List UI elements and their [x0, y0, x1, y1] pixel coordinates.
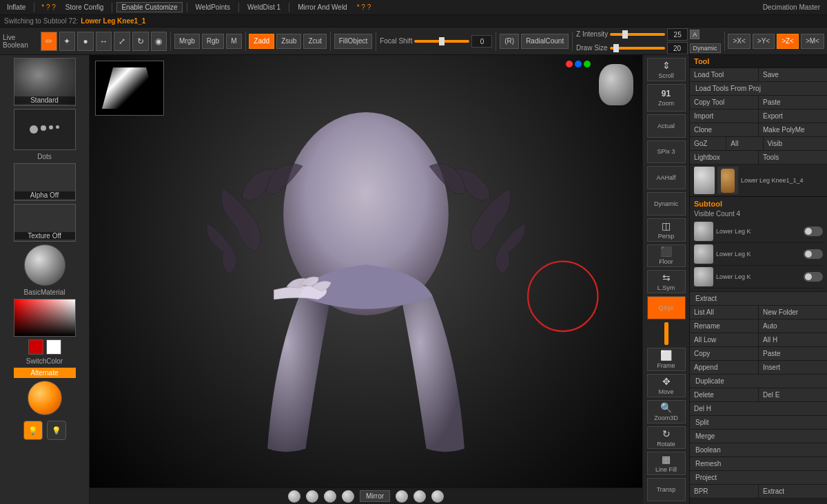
extract-top-btn[interactable]: Extract [690, 292, 827, 306]
zcut-btn[interactable]: Zcut [303, 34, 326, 49]
clone-btn[interactable]: Clone [690, 123, 759, 136]
standard-brush-thumb[interactable]: Standard [14, 58, 76, 106]
load-tool-btn[interactable]: Load Tool [690, 68, 759, 81]
qxyz-btn[interactable]: QXyz [647, 296, 686, 319]
alpha-thumb[interactable]: Alpha Off [14, 163, 76, 201]
m-btn[interactable]: M [226, 34, 241, 49]
y-btn[interactable]: >Y< [753, 34, 775, 49]
enable-customize-btn[interactable]: Enable Customize [116, 2, 182, 12]
paste-btn[interactable]: Paste [759, 96, 827, 109]
dynamic-badge[interactable]: Dynamic [690, 43, 721, 53]
viewport[interactable]: Mirror [90, 55, 642, 504]
split-btn[interactable]: Split [690, 416, 827, 430]
edit-btn[interactable]: ✏ [41, 32, 57, 51]
all-low-btn[interactable]: All Low [690, 333, 759, 346]
mrgb-btn[interactable]: Mrgb [174, 34, 200, 49]
transp-btn[interactable]: Transp [647, 478, 686, 501]
insert-btn[interactable]: Insert [759, 361, 827, 374]
move-strip-btn[interactable]: ✥ Move [647, 374, 686, 397]
subtool-toggle-3[interactable] [804, 272, 823, 282]
remesh-btn[interactable]: Remesh [690, 457, 827, 471]
goz-btn[interactable]: GoZ [690, 137, 726, 150]
duplicate-btn[interactable]: Duplicate [690, 375, 827, 388]
project-btn[interactable]: Project [690, 471, 827, 485]
a-badge[interactable]: A [690, 30, 700, 39]
line-fill-btn[interactable]: ▦ Line Fill [647, 452, 686, 475]
spix-btn[interactable]: SPix 3 [647, 140, 686, 164]
bottom-sphere-5[interactable] [396, 490, 408, 503]
del-btn1[interactable]: Del E [759, 388, 827, 401]
mirror-btn[interactable]: Mirror [360, 490, 390, 502]
new-folder-btn[interactable]: New Folder [759, 306, 827, 319]
copy-tool-btn[interactable]: Copy Tool [690, 96, 759, 109]
light-btn-1[interactable]: 💡 [23, 421, 43, 440]
r-btn[interactable]: (R) [500, 34, 519, 49]
export-btn[interactable]: Export [759, 109, 827, 123]
fill-object-btn[interactable]: FillObject [334, 34, 373, 49]
draw-btn[interactable]: ✦ [59, 32, 76, 51]
delete-btn[interactable]: Delete [690, 388, 759, 401]
orange-sphere[interactable] [28, 381, 62, 415]
lsym-btn[interactable]: ⇆ L.Sym [647, 270, 686, 293]
subtool-toggle-1[interactable] [804, 227, 823, 236]
texture-thumb[interactable]: Texture Off [14, 204, 76, 242]
rotate-strip-btn[interactable]: ↻ Rotate [647, 426, 686, 450]
merge-btn[interactable]: Merge [690, 430, 827, 443]
aahalf-btn[interactable]: AAHalf [647, 166, 686, 189]
boolean-btn[interactable]: Boolean [690, 443, 827, 457]
secondary-color-swatch[interactable] [46, 339, 61, 355]
color-gradient[interactable] [14, 299, 76, 337]
weld-dist-btn[interactable]: WeldDist 1 [243, 1, 285, 14]
del-btn2[interactable]: Del H [690, 402, 827, 415]
subtool-item-1[interactable]: Lower Leg K [694, 220, 823, 243]
circle-btn[interactable]: ● [77, 32, 94, 51]
bottom-sphere-6[interactable] [414, 490, 426, 503]
dynamic-btn[interactable]: Dynamic [647, 192, 686, 216]
lightbox-btn[interactable]: Lightbox [690, 151, 759, 164]
tools-btn[interactable]: Tools [759, 151, 827, 164]
bottom-sphere-3[interactable] [324, 490, 336, 503]
subtool-item-2[interactable]: Lower Leg K [694, 243, 823, 266]
floor-btn[interactable]: ⬛ Floor [647, 244, 686, 268]
actual-btn[interactable]: Actual [647, 114, 686, 138]
copy-btn[interactable]: Copy [690, 347, 759, 360]
light-btn-2[interactable]: 💡 [47, 421, 66, 440]
zsub-btn[interactable]: Zsub [276, 34, 301, 49]
bottom-sphere-2[interactable] [306, 490, 318, 503]
make-polymesh-btn[interactable]: Make PolyMe [759, 123, 827, 136]
append-btn[interactable]: Append [690, 361, 759, 374]
subtool-toggle-2[interactable] [804, 249, 823, 259]
rotate-btn[interactable]: ↻ [132, 32, 149, 51]
rgb-btn[interactable]: Rgb [202, 34, 224, 49]
all-h-btn[interactable]: All H [759, 333, 827, 346]
all-btn[interactable]: All [726, 137, 763, 150]
z-intensity-slider[interactable] [610, 33, 665, 36]
paste2-btn[interactable]: Paste [759, 347, 827, 360]
scale-btn[interactable]: ⤢ [114, 32, 130, 51]
mirror-weld-btn[interactable]: Mirror And Weld [294, 1, 351, 14]
visible-btn[interactable]: Visib [764, 137, 828, 150]
rename-btn[interactable]: Rename [690, 319, 759, 333]
dots-thumb[interactable] [14, 109, 76, 150]
bottom-sphere-4[interactable] [342, 490, 354, 503]
alternate-btn[interactable]: Alternate [14, 368, 76, 378]
scroll-btn[interactable]: ⇕ Scroll [647, 58, 686, 81]
bottom-sphere-1[interactable] [288, 490, 300, 503]
list-all-btn[interactable]: List All [690, 306, 759, 319]
z-axis-btn[interactable]: >Z< [777, 34, 799, 49]
focal-shift-slider[interactable] [414, 40, 469, 43]
extract2-btn[interactable]: Extract [759, 485, 827, 498]
inflate-btn[interactable]: Inflate [3, 1, 30, 14]
mc-btn[interactable]: >M< [801, 34, 824, 49]
x-btn[interactable]: >X< [728, 34, 750, 49]
frame-btn[interactable]: ⬜ Frame [647, 348, 686, 371]
store-config-btn[interactable]: Store Config [61, 1, 108, 14]
primary-color-swatch[interactable] [28, 339, 43, 355]
load-tools-from-proj-btn[interactable]: Load Tools From Proj [690, 82, 827, 96]
save-btn[interactable]: Save [759, 68, 827, 81]
zoom3d-btn[interactable]: 🔍 Zoom3D [647, 400, 686, 423]
auto-btn[interactable]: Auto [759, 319, 827, 333]
import-btn[interactable]: Import [690, 109, 759, 123]
zadd-btn[interactable]: Zadd [249, 34, 274, 49]
material-sphere[interactable] [24, 244, 65, 286]
